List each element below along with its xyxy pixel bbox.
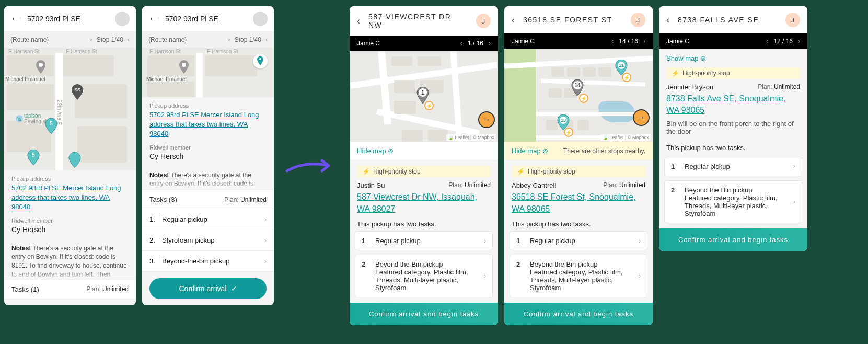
notes-box: Notes! There's a security gate at the en… <box>4 239 136 280</box>
check-icon: ✓ <box>231 284 237 293</box>
plan-label: Plan: Unlimited <box>224 196 267 203</box>
address-link[interactable]: 587 Viewcrest Dr NW, Issaquah, WA 98027 <box>357 191 491 215</box>
avatar[interactable] <box>253 12 268 26</box>
zap-icon: ⚡ <box>517 168 525 175</box>
back-icon[interactable]: ‹ <box>512 15 515 26</box>
priority-badge: ⚡High-priority stop <box>512 166 645 177</box>
pickup-address-link[interactable]: 5702 93rd Pl SE Mercer Island Long addre… <box>149 110 267 139</box>
delivery-note: Bin will be on the front porch to the ri… <box>659 119 807 141</box>
hide-map-button[interactable]: Hide map ⊚ <box>357 147 394 155</box>
street-label: E Harrison St <box>8 49 39 54</box>
street-label: E Harrison St <box>66 49 97 54</box>
confirm-arrival-button[interactable]: Confirm arrival and begin tasks <box>350 303 498 325</box>
prev-stop-icon[interactable]: ‹ <box>228 36 230 43</box>
tasks-header: Tasks (1) Plan: Unlimited <box>4 280 136 299</box>
prev-stop-icon[interactable]: ‹ <box>460 40 462 47</box>
svg-text:13: 13 <box>561 118 566 123</box>
back-icon[interactable]: ← <box>148 14 158 25</box>
street-label: E Harrison St <box>207 49 238 54</box>
next-direction-button[interactable]: → <box>478 111 495 128</box>
map-pin-icon <box>36 60 46 74</box>
avatar[interactable]: J <box>476 14 491 28</box>
task-card[interactable]: 1 Regular pickup › <box>510 231 647 250</box>
header: ‹ 587 VIEWCREST DR NW J <box>350 6 498 36</box>
next-stop-icon[interactable]: › <box>643 38 645 45</box>
address-link[interactable]: 36518 SE Forest St, Snoqualmie, WA 98065 <box>512 191 645 215</box>
header-title: 5702 93rd Pl SE <box>165 15 246 23</box>
svg-point-0 <box>39 63 43 67</box>
back-icon[interactable]: ‹ <box>357 16 360 27</box>
location-icon[interactable] <box>253 54 268 68</box>
header: ‹ 8738 FALLS AVE SE J <box>659 6 807 33</box>
header-title: 36518 SE FOREST ST <box>523 16 622 24</box>
address-link[interactable]: 8738 Falls Ave SE, Snoqualmie, WA 98065 <box>666 93 800 117</box>
svg-text:SS: SS <box>74 87 80 93</box>
map[interactable]: 1 ⚡ → 🍃 Leaflet | © Mapbox <box>350 51 498 142</box>
stop-counter: ‹ Stop 1/40 › <box>228 36 268 43</box>
map-attribution: 🍃 Leaflet | © Mapbox <box>446 134 496 141</box>
task-card[interactable]: 2 Beyond the Bin pickup Featured categor… <box>664 180 802 223</box>
next-stop-icon[interactable]: › <box>798 38 800 45</box>
member-name: Jennifer Bryson <box>666 83 758 91</box>
svg-text:11: 11 <box>619 63 624 68</box>
task-card[interactable]: 2 Beyond the Bin pickup Featured categor… <box>510 255 647 297</box>
back-icon[interactable]: ‹ <box>666 15 669 26</box>
pickup-address-label: Pickup address <box>149 102 267 109</box>
next-stop-icon[interactable]: › <box>265 36 268 43</box>
poi-label: Michael Emanuel <box>5 76 45 82</box>
map[interactable]: E Harrison St E Harrison St Michael Eman… <box>142 48 274 97</box>
new-screen-1: ‹ 587 VIEWCREST DR NW J Jamie C ‹ 1 / 16… <box>350 6 498 325</box>
avatar[interactable]: J <box>631 13 645 27</box>
prev-stop-icon[interactable]: ‹ <box>766 38 768 45</box>
prev-stop-icon[interactable]: ‹ <box>611 38 614 45</box>
header-title: 5702 93rd Pl SE <box>27 15 108 23</box>
pickup-address-label: Pickup address <box>11 176 129 182</box>
next-stop-icon[interactable]: › <box>489 40 491 47</box>
chevron-right-icon: › <box>264 258 267 265</box>
avatar[interactable]: J <box>785 13 800 27</box>
driver-name: Jamie C <box>357 40 460 47</box>
prev-stop-icon[interactable]: ‹ <box>90 36 92 43</box>
notes-box: Notes! There's a security gate at the en… <box>142 166 274 190</box>
chevron-right-icon: › <box>264 237 267 244</box>
confirm-arrival-button[interactable]: Confirm arrival ✓ <box>149 278 267 299</box>
stop-counter-text: Stop 1/40 <box>235 36 261 43</box>
map[interactable]: E Harrison St E Harrison St 29th Ave E M… <box>4 48 136 170</box>
task-row[interactable]: 2. Styrofoam pickup › <box>142 230 274 251</box>
priority-marker-icon: ⚡ <box>579 94 588 103</box>
plan-label: Plan: Unlimited <box>603 181 645 189</box>
priority-marker-icon: ⚡ <box>424 101 434 110</box>
hide-map-button[interactable]: Hide map ⊚ <box>512 147 548 155</box>
map-pin-current-icon: SS <box>71 84 84 100</box>
map-toggle-bar: Hide map ⊚ There are other stops nearby. <box>504 142 653 160</box>
next-stop-icon[interactable]: › <box>128 36 130 43</box>
plan-label: Plan: Unlimited <box>758 83 800 91</box>
old-screen-tasks: ← 5702 93rd Pl SE {Route name} ‹ Stop 1/… <box>142 6 274 305</box>
pickup-address-link[interactable]: 5702 93rd Pl SE Mercer Island Long addre… <box>11 184 129 212</box>
map[interactable]: 14 ⚡ 11 ⚡ 13 ⚡ → 🍃 Leaflet | © Mapbox <box>504 49 653 142</box>
priority-marker-icon: ⚡ <box>564 128 573 137</box>
confirm-arrival-button[interactable]: Confirm arrival and begin tasks <box>659 228 807 251</box>
pin-icon: ⊚ <box>388 147 394 155</box>
member-name: Abbey Cantrell <box>512 181 603 189</box>
task-card[interactable]: 2 Beyond the Bin pickup Featured categor… <box>355 255 493 297</box>
header-title: 8738 FALLS AVE SE <box>678 16 777 24</box>
old-screen-map: ← 5702 93rd Pl SE {Route name} ‹ Stop 1/… <box>4 6 136 305</box>
map-pin-icon <box>68 152 81 168</box>
confirm-arrival-button[interactable]: Confirm arrival and begin tasks <box>504 303 653 325</box>
show-map-button[interactable]: Show map ⊚ <box>666 54 706 62</box>
svg-text:5: 5 <box>50 121 53 127</box>
task-row[interactable]: 1. Regular pickup › <box>142 209 274 230</box>
task-card[interactable]: 1 Regular pickup › <box>664 157 802 176</box>
task-row[interactable]: 3. Beyond-the-bin pickup › <box>142 251 274 272</box>
back-icon[interactable]: ← <box>10 14 20 25</box>
avatar[interactable] <box>115 12 130 26</box>
task-intro: This pickup has two tasks. <box>659 141 807 157</box>
task-card[interactable]: 1 Regular pickup › <box>355 231 493 250</box>
next-direction-button[interactable]: → <box>633 109 650 126</box>
new-screen-3: ‹ 8738 FALLS AVE SE J Jamie C ‹ 12 / 16 … <box>659 6 807 251</box>
member-name: Cy Hersch <box>149 152 267 160</box>
driver-bar: Jamie C ‹ 1 / 16 › <box>350 36 498 51</box>
chevron-right-icon: › <box>484 237 486 245</box>
header: ← 5702 93rd Pl SE <box>142 6 274 32</box>
